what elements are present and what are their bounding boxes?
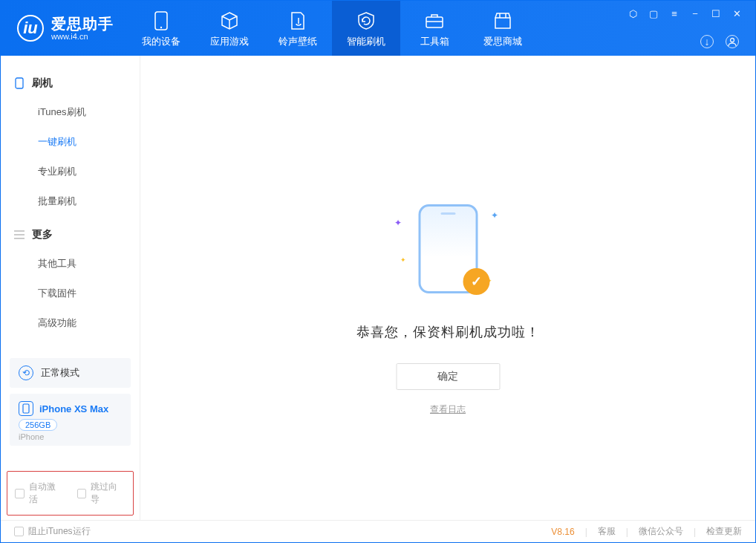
sidebar-item-batch-flash[interactable]: 批量刷机 [1, 186, 140, 216]
checkbox-label: 跳过向导 [91, 481, 126, 506]
nav-ringtone-wallpaper[interactable]: 铃声壁纸 [264, 1, 332, 56]
sidebar-item-itunes-flash[interactable]: iTunes刷机 [1, 97, 140, 127]
minimize-button[interactable]: − [688, 7, 702, 20]
sidebar: 刷机 iTunes刷机 一键刷机 专业刷机 批量刷机 更多 其他工具 下载固件 … [1, 56, 140, 520]
app-name: 爱思助手 [51, 16, 114, 32]
shirt-icon[interactable]: ⬡ [626, 7, 639, 20]
check-badge-icon: ✓ [463, 268, 489, 295]
success-illustration: ✦ ✦ ✦ ✦ ✓ [403, 204, 492, 301]
maximize-button[interactable]: ☐ [709, 7, 723, 20]
nav-label: 智能刷机 [347, 35, 385, 48]
download-button[interactable]: ↓ [700, 35, 714, 48]
sidebar-item-other-tools[interactable]: 其他工具 [1, 249, 140, 279]
nav-label: 应用游戏 [210, 35, 249, 48]
svg-point-3 [731, 39, 734, 42]
view-log-link[interactable]: 查看日志 [430, 403, 466, 416]
footer-service-link[interactable]: 客服 [598, 525, 616, 538]
device-capacity: 256GB [19, 419, 57, 431]
svg-rect-2 [426, 17, 443, 27]
checkbox-skip-guide[interactable]: 跳过向导 [77, 481, 126, 506]
svg-point-1 [160, 27, 162, 28]
options-row-highlighted: 自动激活 跳过向导 [7, 471, 134, 516]
checkbox-auto-activate[interactable]: 自动激活 [15, 481, 64, 506]
device-name: iPhone XS Max [39, 403, 108, 414]
ok-button[interactable]: 确定 [396, 363, 500, 390]
svg-rect-5 [23, 404, 29, 413]
nav-my-device[interactable]: 我的设备 [127, 1, 195, 56]
result-panel: ✦ ✦ ✦ ✦ ✓ 恭喜您，保资料刷机成功啦！ 确定 查看日志 [356, 204, 540, 416]
nav-label: 铃声壁纸 [278, 35, 317, 48]
title-bar: iu 爱思助手 www.i4.cn 我的设备 应用游戏 铃声壁纸 智能刷机 工具… [1, 1, 755, 56]
refresh-shield-icon [356, 11, 376, 30]
version-label: V8.16 [551, 527, 574, 537]
sidebar-item-advanced[interactable]: 高级功能 [1, 308, 140, 338]
checkbox-stop-itunes[interactable]: 阻止iTunes运行 [14, 525, 91, 538]
checkbox-icon [77, 489, 87, 498]
nav-store[interactable]: 爱思商城 [469, 1, 537, 56]
sidebar-item-oneclick-flash[interactable]: 一键刷机 [1, 127, 140, 157]
result-message: 恭喜您，保资料刷机成功啦！ [356, 323, 540, 341]
cube-icon [220, 11, 239, 30]
footer-wechat-link[interactable]: 微信公众号 [639, 525, 683, 538]
app-url: www.i4.cn [51, 32, 114, 41]
device-panel[interactable]: iPhone XS Max 256GB iPhone [10, 394, 131, 446]
status-bar: 阻止iTunes运行 V8.16 | 客服 | 微信公众号 | 检查更新 [1, 520, 755, 542]
mode-panel[interactable]: ⟲ 正常模式 [10, 358, 131, 388]
sidebar-item-download-firmware[interactable]: 下载固件 [1, 279, 140, 308]
briefcase-icon [425, 11, 444, 30]
list-icon [14, 230, 25, 240]
group-title: 更多 [32, 228, 53, 241]
phone-icon [14, 78, 25, 88]
nav-label: 我的设备 [142, 35, 180, 48]
checkbox-icon [14, 527, 24, 536]
checkbox-label: 阻止iTunes运行 [28, 525, 91, 538]
nav-apps-games[interactable]: 应用游戏 [195, 1, 264, 56]
main-content: ✦ ✦ ✦ ✦ ✓ 恭喜您，保资料刷机成功啦！ 确定 查看日志 [140, 56, 755, 520]
logo-icon: iu [17, 15, 44, 42]
nav-label: 工具箱 [420, 35, 449, 48]
sidebar-group-flash: 刷机 [1, 69, 140, 97]
main-nav: 我的设备 应用游戏 铃声壁纸 智能刷机 工具箱 爱思商城 [127, 1, 537, 56]
mode-icon: ⟲ [19, 365, 33, 380]
user-button[interactable] [726, 35, 739, 48]
app-logo: iu 爱思助手 www.i4.cn [1, 1, 127, 56]
checkbox-label: 自动激活 [29, 481, 64, 506]
nav-label: 爱思商城 [483, 35, 522, 48]
device-icon [151, 11, 171, 30]
window-controls: ⬡ ▢ ≡ − ☐ ✕ [626, 7, 743, 20]
device-phone-icon [19, 401, 33, 416]
grid-icon[interactable]: ▢ [647, 7, 660, 20]
checkbox-icon [15, 489, 25, 498]
sidebar-group-more: 更多 [1, 221, 140, 249]
device-type: iPhone [19, 432, 122, 441]
group-title: 刷机 [32, 77, 53, 90]
music-file-icon [288, 11, 307, 30]
store-icon [493, 11, 512, 30]
close-button[interactable]: ✕ [730, 7, 743, 20]
menu-icon[interactable]: ≡ [668, 7, 681, 20]
nav-smart-flash[interactable]: 智能刷机 [332, 1, 400, 56]
mode-label: 正常模式 [41, 366, 79, 380]
nav-toolbox[interactable]: 工具箱 [400, 1, 469, 56]
svg-rect-4 [16, 78, 23, 88]
sidebar-item-pro-flash[interactable]: 专业刷机 [1, 157, 140, 186]
footer-check-update-link[interactable]: 检查更新 [706, 525, 742, 538]
